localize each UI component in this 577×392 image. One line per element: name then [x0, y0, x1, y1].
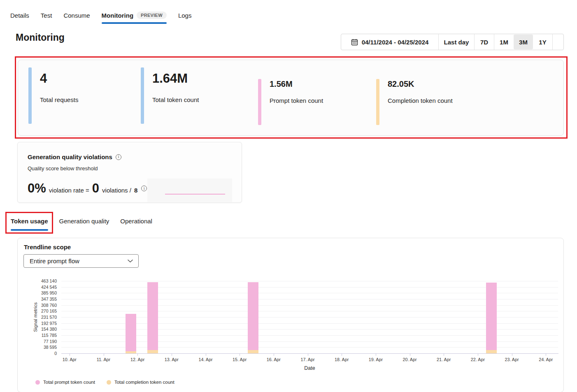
- metric-accent-bar: [28, 67, 32, 124]
- bar-segment[interactable]: [486, 350, 497, 353]
- tab-test[interactable]: Test: [41, 12, 52, 20]
- metric-accent-bar: [258, 79, 261, 125]
- tab-label: Logs: [178, 12, 192, 19]
- metric-total-requests: 4 Total requests: [18, 60, 130, 135]
- y-tick-label: 270 165: [24, 308, 57, 313]
- tab-operational[interactable]: Operational: [120, 218, 152, 225]
- gridline: [61, 293, 558, 293]
- button-7d[interactable]: 7D: [475, 34, 494, 50]
- metrics-summary-card: 4 Total requests 1.64M Total token count…: [18, 60, 564, 136]
- token-usage-panel: Trendline scope Entire prompt flow Signa…: [17, 238, 564, 392]
- violation-denominator: 8: [134, 187, 137, 195]
- tab-label: Operational: [120, 218, 152, 225]
- x-tick-label: 20. Apr: [398, 357, 422, 362]
- legend-dot: [107, 380, 111, 385]
- x-tick-label: 16. Apr: [261, 357, 286, 362]
- gridline: [61, 311, 558, 311]
- bar-segment[interactable]: [147, 350, 158, 353]
- token-usage-chart: Signal metrics038 59577 190115 785154 38…: [18, 238, 563, 392]
- x-tick-mark: [308, 353, 308, 356]
- x-tick-mark: [240, 353, 240, 356]
- legend-label: Total completion token count: [114, 380, 174, 385]
- legend-item[interactable]: Total prompt token count: [35, 380, 95, 385]
- y-tick-label: 231 570: [24, 315, 57, 320]
- y-tick-label: 0: [24, 351, 57, 356]
- x-tick-mark: [342, 353, 342, 356]
- metric-completion-token-count: 82.05K Completion token count: [366, 60, 563, 135]
- bar-segment[interactable]: [248, 350, 258, 353]
- metric-label: Completion token count: [388, 97, 453, 104]
- tab-label: Token usage: [11, 218, 48, 225]
- x-tick-label: 11. Apr: [91, 357, 116, 362]
- info-icon[interactable]: [116, 154, 121, 160]
- tab-monitoring[interactable]: Monitoring PREVIEW: [102, 12, 167, 20]
- tab-label: Monitoring: [102, 12, 133, 19]
- y-tick-label: 38 595: [24, 345, 57, 350]
- x-tick-mark: [206, 353, 206, 356]
- y-tick-label: 463 140: [24, 278, 57, 283]
- preview-badge: PREVIEW: [137, 12, 167, 19]
- x-tick-label: 22. Apr: [465, 357, 490, 362]
- tab-token-usage[interactable]: Token usage: [11, 218, 48, 225]
- metric-value: 4: [40, 71, 78, 86]
- violations-subtitle: Quality score below threshold: [28, 165, 98, 172]
- tab-details[interactable]: Details: [10, 12, 29, 20]
- y-tick-label: 424 545: [24, 285, 57, 290]
- bar-segment[interactable]: [486, 283, 497, 350]
- button-1m[interactable]: 1M: [494, 34, 514, 50]
- bar-segment[interactable]: [126, 314, 136, 352]
- active-tab-underline: [11, 229, 48, 231]
- metric-total-token-count: 1.64M Total token count: [130, 60, 248, 135]
- sparkline-line: [165, 194, 225, 195]
- monitoring-page: Details Test Consume Monitoring PREVIEW …: [0, 0, 577, 392]
- metric-prompt-token-count: 1.56M Prompt token count: [248, 60, 366, 135]
- bar-segment[interactable]: [248, 282, 258, 350]
- x-tick-label: 10. Apr: [57, 357, 82, 362]
- x-tick-mark: [104, 353, 104, 356]
- date-range-text: 04/11/2024 - 04/25/2024: [362, 39, 429, 46]
- tab-label: Details: [10, 12, 29, 19]
- tab-label: Generation quality: [59, 218, 109, 225]
- violation-count-unit: violations /: [102, 187, 131, 195]
- button-1y[interactable]: 1Y: [533, 34, 552, 50]
- x-tick-mark: [137, 353, 138, 356]
- violations-title: Generation quality violations: [28, 153, 112, 160]
- page-title: Monitoring: [16, 32, 65, 43]
- metric-label: Total requests: [40, 96, 78, 103]
- button-3m[interactable]: 3M: [514, 35, 533, 49]
- x-tick-mark: [274, 353, 274, 356]
- legend-item[interactable]: Total completion token count: [107, 380, 174, 385]
- button-last-day[interactable]: Last day: [439, 34, 474, 50]
- deployment-tabs: Details Test Consume Monitoring PREVIEW …: [10, 12, 191, 20]
- x-tick-label: 14. Apr: [193, 357, 218, 362]
- gridline: [61, 281, 558, 281]
- legend-label: Total prompt token count: [43, 380, 95, 385]
- tab-consume[interactable]: Consume: [63, 12, 90, 20]
- x-tick-mark: [376, 353, 376, 356]
- date-range-control: 04/11/2024 - 04/25/2024 Last day 7D 1M 3…: [341, 34, 564, 50]
- y-tick-label: 308 760: [24, 303, 57, 308]
- metric-accent-bar: [141, 67, 144, 124]
- x-tick-label: 24. Apr: [533, 357, 558, 362]
- bar-segment[interactable]: [147, 282, 158, 350]
- y-tick-label: 347 355: [24, 297, 57, 302]
- bar-segment[interactable]: [126, 351, 136, 353]
- date-range-picker[interactable]: 04/11/2024 - 04/25/2024: [341, 34, 438, 50]
- x-tick-label: 23. Apr: [500, 357, 524, 362]
- violations-card: Generation quality violations Quality sc…: [17, 142, 242, 203]
- metric-value: 82.05K: [388, 78, 453, 90]
- info-icon[interactable]: [141, 186, 147, 191]
- x-tick-label: 15. Apr: [227, 357, 252, 362]
- x-tick-label: 21. Apr: [431, 357, 456, 362]
- x-tick-label: 19. Apr: [363, 357, 388, 362]
- x-tick-mark: [444, 353, 444, 356]
- violation-rate-label: violation rate =: [49, 187, 89, 195]
- spacer: [553, 34, 563, 50]
- tab-generation-quality[interactable]: Generation quality: [59, 218, 109, 225]
- gridline: [61, 305, 558, 306]
- violations-sparkline: [147, 179, 232, 202]
- metric-value: 1.56M: [270, 78, 323, 90]
- tab-logs[interactable]: Logs: [178, 12, 192, 20]
- violations-stats: 0% violation rate = 0 violations / 8: [28, 182, 147, 195]
- tab-label: Test: [41, 12, 52, 19]
